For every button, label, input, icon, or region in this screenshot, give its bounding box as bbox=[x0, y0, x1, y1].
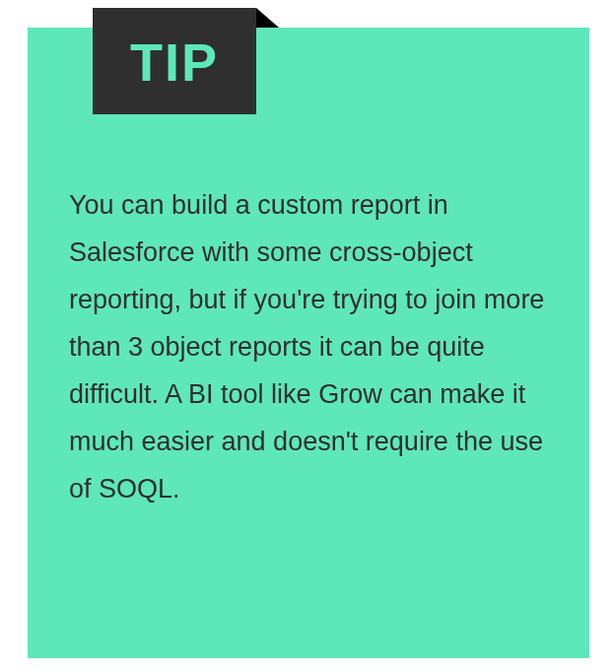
tip-badge-wrapper: TIP bbox=[93, 8, 256, 114]
tip-card: TIP You can build a custom report in Sal… bbox=[28, 28, 589, 658]
tip-badge-label: TIP bbox=[130, 35, 219, 89]
tip-badge: TIP bbox=[93, 8, 256, 114]
ribbon-fold-icon bbox=[256, 8, 279, 28]
tip-body-text: You can build a custom report in Salesfo… bbox=[69, 181, 552, 512]
